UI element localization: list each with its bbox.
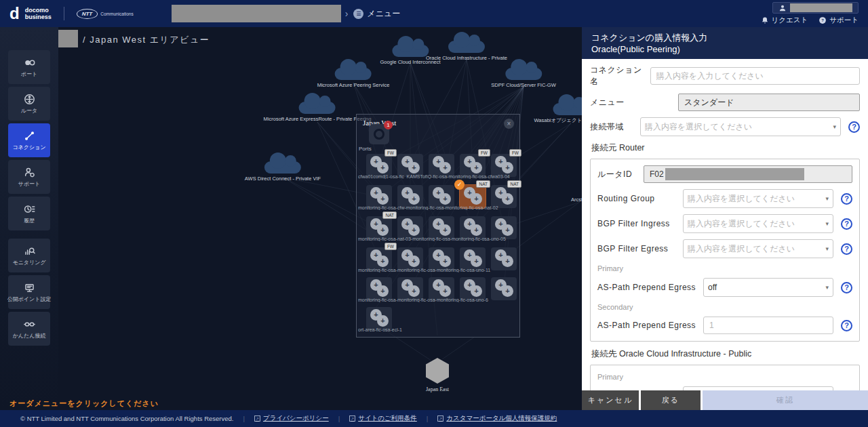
router-node[interactable] <box>366 154 392 177</box>
support-button[interactable]: ? サポート <box>818 16 859 25</box>
tenant-name-redacted <box>172 5 341 22</box>
chevron-down-icon: ▾ <box>833 123 836 130</box>
router-node[interactable] <box>429 277 454 300</box>
bgp-egress-label: BGP Filter Egress <box>597 244 668 253</box>
cloud-sdpf-ficgw[interactable]: SDPF Cloud/Server FIC-GW <box>491 68 555 88</box>
brand-line2: business <box>25 14 52 20</box>
footer: © NTT Limited and NTT Communications Cor… <box>0 410 868 427</box>
router-node[interactable] <box>429 247 454 270</box>
confirm-button[interactable]: 確認 <box>703 390 868 410</box>
router-node[interactable] <box>366 277 392 300</box>
router-node[interactable] <box>491 154 517 177</box>
topbar: d docomo business NTT Communications › ☰… <box>0 0 868 27</box>
router-node[interactable] <box>397 277 423 300</box>
selected-check-icon: ✓ <box>454 180 465 190</box>
router-node[interactable] <box>491 216 517 239</box>
sidebar-item-monitoring[interactable]: モニタリング <box>8 239 50 272</box>
connection-icon <box>24 130 35 142</box>
help-icon[interactable]: ? <box>841 218 852 230</box>
help-icon[interactable]: ? <box>848 121 860 133</box>
routing-group-label: Routing Group <box>597 194 655 203</box>
router-node[interactable] <box>397 216 423 239</box>
cancel-button[interactable]: キャンセル <box>582 390 639 410</box>
router-node[interactable] <box>460 154 486 177</box>
topbar-right: リクエスト ? サポート <box>761 2 859 25</box>
sidebar-item-connection[interactable]: コネクション <box>8 123 50 157</box>
menu-value-field: スタンダード <box>678 94 860 111</box>
dest-primary-sublabel: Primary <box>597 373 852 381</box>
router-node[interactable] <box>429 216 454 239</box>
plug-connect-icon <box>24 319 35 330</box>
connection-name-label: コネクション名 <box>590 64 650 87</box>
router-node[interactable] <box>491 185 517 208</box>
sidebar-item-history[interactable]: 履歴 <box>8 197 50 230</box>
sidebar-item-public-point[interactable]: 公開ポイント設定 <box>8 275 50 309</box>
purchase-panel: コネクションの購入情報入力 Oracle(Public Peering) コネク… <box>582 27 868 410</box>
help-icon[interactable]: ? <box>841 193 852 205</box>
user-account-chip[interactable] <box>772 2 859 14</box>
terms-link[interactable]: ↗ サイトのご利用条件 <box>349 414 417 423</box>
router-node[interactable] <box>366 307 392 330</box>
cloud-azure-peering[interactable]: Microsoft Azure Peering Service <box>317 68 390 88</box>
cloud-icon <box>505 68 542 80</box>
router-node[interactable] <box>397 185 423 208</box>
cloud-aws-direct-connect[interactable]: AWS Direct Connect - Private VIF <box>245 161 321 182</box>
router-node[interactable] <box>366 247 392 270</box>
chevron-down-icon: ▾ <box>825 284 829 291</box>
router-node[interactable] <box>460 247 486 270</box>
node-row-label: monitoring-fic-osa-nat-03-monitoring-fic… <box>358 237 518 241</box>
help-icon[interactable]: ? <box>841 282 852 293</box>
router-node[interactable] <box>366 185 392 208</box>
chevron-down-icon: ▾ <box>825 195 829 202</box>
router-node[interactable] <box>491 247 517 270</box>
brand-divider <box>64 7 64 20</box>
external-link-icon: ↗ <box>349 415 355 422</box>
router-node[interactable] <box>491 277 517 300</box>
menu-button[interactable]: メニュー <box>367 8 400 20</box>
personal-info-link[interactable]: ↗ カスタマーポータル個人情報保護規約 <box>437 414 557 423</box>
router-node[interactable] <box>366 216 392 239</box>
menu-label: メニュー <box>590 97 625 108</box>
router-node[interactable] <box>460 277 486 300</box>
request-button[interactable]: リクエスト <box>761 16 808 25</box>
cloud-icon <box>392 45 429 57</box>
router-node[interactable] <box>429 185 454 208</box>
routing-group-select[interactable]: 購入内容を選択してください ▾ <box>683 189 833 208</box>
menu-icon[interactable]: ☰ <box>353 9 363 19</box>
docomo-d-icon: d <box>9 5 20 22</box>
nat-badge: NAT <box>382 211 397 219</box>
close-icon[interactable]: × <box>504 119 514 129</box>
ports-node[interactable]: 1 <box>369 124 389 144</box>
sidebar-item-router[interactable]: ルータ <box>8 87 50 121</box>
bgp-ingress-select[interactable]: 購入内容を選択してください ▾ <box>683 214 833 233</box>
router-node[interactable] <box>460 216 486 239</box>
help-icon[interactable]: ? <box>841 320 852 331</box>
chevron-down-icon: ▾ <box>825 245 829 252</box>
bandwidth-label: 接続帯域 <box>590 121 624 133</box>
router-id-label: ルータID <box>597 169 632 180</box>
back-button[interactable]: 戻る <box>641 390 701 410</box>
privacy-policy-link[interactable]: ↗ プライバシーポリシー <box>254 414 329 423</box>
router-node[interactable] <box>397 247 423 270</box>
japan-west-area: Japan West × 1 Ports FW FW FW cfwa01comd… <box>356 114 520 338</box>
aspath-secondary-input[interactable] <box>703 317 833 334</box>
panel-header: コネクションの購入情報入力 Oracle(Public Peering) <box>582 27 868 59</box>
sidebar-item-support[interactable]: サポート <box>8 160 50 194</box>
aspath-primary-select[interactable]: off ▾ <box>703 278 833 297</box>
cloud-azure-expressroute[interactable]: Microsoft Azure ExpressRoute - Private P… <box>264 102 372 122</box>
cloud-oracle-private[interactable]: Oracle Cloud Infrastructure - Private <box>426 41 507 61</box>
cloud-icon <box>299 102 336 114</box>
router-node[interactable] <box>397 154 423 177</box>
panel-actions: キャンセル 戻る 確認 <box>582 390 868 410</box>
source-router-section-title: 接続元 Router <box>591 142 859 154</box>
sidebar-item-easy-connect[interactable]: かんたん接続 <box>8 312 50 346</box>
router-node-selected[interactable] <box>460 185 486 208</box>
sidebar-item-ports[interactable]: ポート <box>8 50 50 84</box>
bandwidth-select[interactable]: 購入内容を選択してください ▾ <box>640 117 841 136</box>
sidebar: ポート ルータ コネクション サポート 履歴 モニタリング 公開ポイント設定 か… <box>8 50 50 346</box>
connection-name-input[interactable] <box>650 67 860 85</box>
router-node[interactable] <box>429 154 454 177</box>
help-icon[interactable]: ? <box>841 243 852 255</box>
bgp-egress-select[interactable]: 購入内容を選択してください ▾ <box>683 239 833 258</box>
node-row-label: ort-area-fic-osa-ecl-1 <box>358 327 518 332</box>
